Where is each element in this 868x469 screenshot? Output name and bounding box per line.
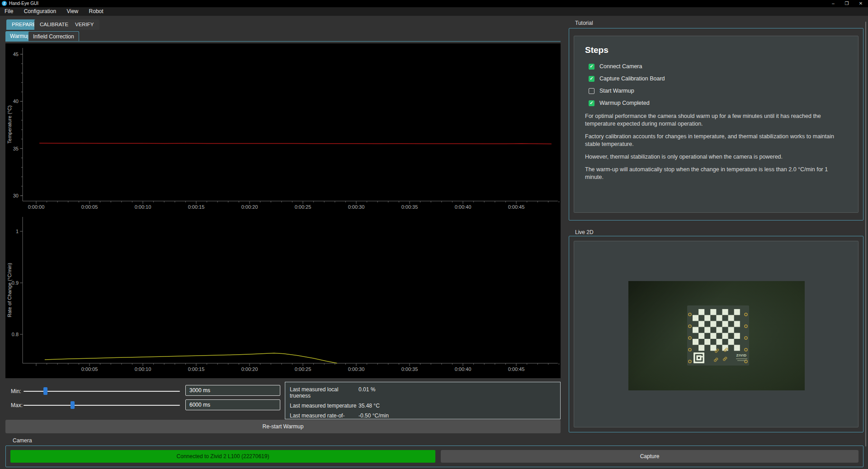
tab-infield-correction[interactable]: Infield Correction: [28, 31, 79, 42]
tab-pane-divider: [5, 41, 561, 42]
min-label: Min:: [11, 388, 21, 394]
live2d-groupbox: ZIVID: [569, 236, 863, 432]
tutorial-group-label: Tutorial: [575, 20, 593, 26]
window-title: Hand-Eye GUI: [9, 1, 38, 6]
live2d-group-label: Live 2D: [575, 229, 594, 235]
svg-text:0:00:15: 0:00:15: [188, 204, 205, 210]
svg-text:0.8: 0.8: [12, 332, 19, 337]
minimize-button[interactable]: –: [826, 0, 840, 7]
max-ms-field[interactable]: [185, 399, 280, 410]
capture-button[interactable]: Capture: [441, 450, 859, 463]
status-row: Last measured local trueness 0.01 %: [290, 386, 560, 399]
svg-text:0:00:05: 0:00:05: [81, 366, 98, 372]
temperature-chart: 0:00:000:00:050:00:100:00:150:00:200:00:…: [5, 43, 561, 211]
svg-text:0:00:10: 0:00:10: [135, 366, 151, 372]
hand-eye-gui-window: Z Hand-Eye GUI – ❐ ✕ File Configuration …: [0, 0, 868, 469]
window-right-edge: [865, 22, 866, 446]
tab-verify[interactable]: VERIFY: [70, 19, 99, 30]
svg-text:0.9: 0.9: [12, 280, 19, 286]
svg-text:0:00:00: 0:00:00: [28, 204, 45, 210]
svg-text:35: 35: [13, 146, 19, 151]
svg-text:0:00:05: 0:00:05: [81, 204, 98, 210]
titlebar: Z Hand-Eye GUI – ❐ ✕: [0, 0, 868, 7]
svg-text:0:00:20: 0:00:20: [241, 204, 258, 210]
status-row: Last measured temperature 35.48 °C: [290, 403, 560, 409]
menu-robot[interactable]: Robot: [85, 7, 108, 16]
menu-file[interactable]: File: [0, 7, 18, 16]
svg-text:ZIVID: ZIVID: [736, 353, 747, 357]
svg-text:1: 1: [16, 229, 19, 234]
live2d-card: ZIVID: [574, 241, 859, 427]
camera-connected-status: Connected to Zivid 2 L100 (22270619): [10, 450, 435, 463]
svg-text:0:00:40: 0:00:40: [455, 366, 472, 372]
tutorial-paragraph: However, thermal stabilization is only o…: [585, 153, 847, 161]
svg-text:0:00:35: 0:00:35: [401, 204, 418, 210]
svg-text:Temperature (°C): Temperature (°C): [7, 105, 12, 143]
menubar: File Configuration View Robot: [0, 7, 868, 16]
tutorial-paragraph: The warm-up will automatically stop when…: [585, 166, 847, 181]
svg-text:0:00:45: 0:00:45: [508, 366, 525, 372]
svg-text:0:00:30: 0:00:30: [348, 204, 365, 210]
svg-text:40: 40: [13, 98, 19, 104]
svg-text:0:00:20: 0:00:20: [241, 366, 258, 372]
svg-text:0:00:35: 0:00:35: [401, 366, 418, 372]
step-checkbox[interactable]: [589, 88, 594, 94]
close-button[interactable]: ✕: [854, 0, 868, 7]
warmup-charts-panel: 0:00:000:00:050:00:100:00:150:00:200:00:…: [5, 43, 561, 378]
svg-text:0:00:45: 0:00:45: [508, 204, 525, 210]
measurement-status-panel: Last measured local trueness 0.01 % Last…: [285, 382, 561, 419]
svg-text:Rate of Change (°C/min): Rate of Change (°C/min): [7, 263, 12, 318]
step-start-warmup: Start Warmup: [589, 88, 847, 94]
min-slider-handle[interactable]: [43, 387, 47, 395]
tutorial-card: Steps Connect Camera Capture Calibration…: [574, 36, 859, 213]
max-slider-handle[interactable]: [71, 401, 75, 409]
step-capture-calibration-board: Capture Calibration Board: [589, 75, 847, 82]
menu-configuration[interactable]: Configuration: [19, 7, 61, 16]
tutorial-groupbox: Steps Connect Camera Capture Calibration…: [569, 28, 863, 220]
svg-text:30: 30: [13, 193, 19, 198]
trueness-label: Last measured local trueness: [290, 386, 359, 399]
step-connect-camera: Connect Camera: [589, 63, 847, 70]
step-checkbox[interactable]: [589, 100, 594, 106]
maximize-button[interactable]: ❐: [840, 0, 854, 7]
max-label: Max:: [11, 402, 23, 408]
tab-calibrate[interactable]: CALIBRATE: [34, 19, 74, 30]
calibration-board: ZIVID: [687, 305, 749, 366]
svg-text:0:00:10: 0:00:10: [135, 204, 151, 210]
camera-group-label: Camera: [13, 437, 32, 444]
tutorial-paragraph: Factory calibration accounts for changes…: [585, 133, 847, 148]
restart-warmup-button[interactable]: Re-start Warmup: [5, 420, 561, 433]
svg-text:0:00:40: 0:00:40: [455, 204, 472, 210]
trueness-value: 0.01 %: [359, 386, 375, 399]
menu-view[interactable]: View: [62, 7, 83, 16]
rate-of-change-chart: 0:00:050:00:100:00:150:00:200:00:250:00:…: [5, 213, 561, 380]
svg-text:45: 45: [13, 52, 19, 57]
step-checkbox[interactable]: [589, 64, 594, 70]
svg-text:0:00:25: 0:00:25: [295, 204, 311, 210]
svg-text:0:00:15: 0:00:15: [188, 366, 205, 372]
step-warmup-completed: Warmup Completed: [589, 100, 847, 106]
camera-groupbox: Connected to Zivid 2 L100 (22270619) Cap…: [5, 446, 863, 467]
temperature-label: Last measured temperature: [290, 403, 359, 409]
live2d-camera-image: ZIVID: [628, 281, 805, 390]
step-checkbox[interactable]: [589, 76, 594, 82]
max-slider-track[interactable]: [24, 405, 180, 406]
svg-text:0:00:25: 0:00:25: [295, 366, 311, 372]
min-ms-field[interactable]: [185, 385, 280, 396]
tutorial-paragraph: For optimal performance the camera shoul…: [585, 113, 847, 128]
temperature-value: 35.48 °C: [359, 403, 380, 409]
svg-text:0:00:30: 0:00:30: [348, 366, 365, 372]
steps-heading: Steps: [585, 45, 847, 55]
zivid-app-icon: Z: [2, 1, 7, 6]
